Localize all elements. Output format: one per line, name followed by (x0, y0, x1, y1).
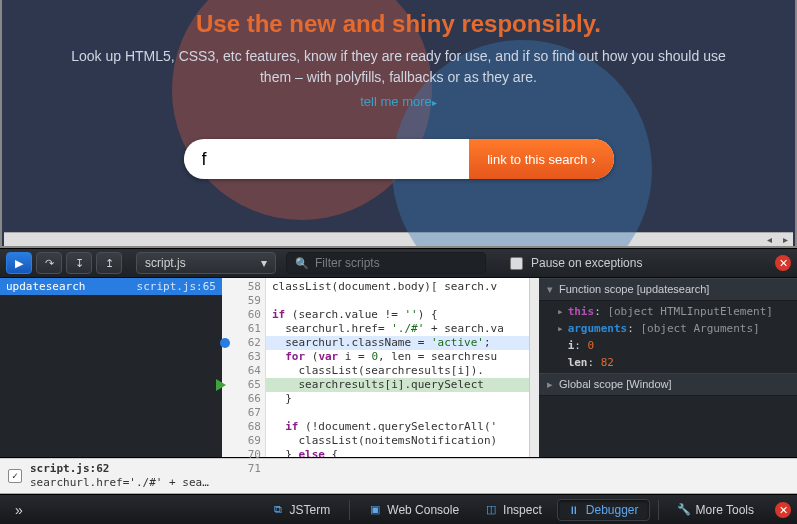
pause-on-exceptions-toggle[interactable]: Pause on exceptions (510, 256, 642, 270)
step-into-button[interactable]: ↧ (66, 252, 92, 274)
inspect-icon: ◫ (485, 504, 497, 516)
source-pane: 5859606162636465666768697071 classList(d… (222, 278, 539, 457)
callstack-pane: updatesearch script.js:65 (0, 278, 222, 457)
filter-scripts-input[interactable]: 🔍 Filter scripts (286, 252, 486, 274)
scope-var-arguments[interactable]: ▸arguments: [object Arguments] (557, 320, 797, 337)
scroll-left-icon[interactable]: ◂ (761, 233, 777, 247)
callstack-frame[interactable]: updatesearch script.js:65 (0, 278, 222, 295)
search-input[interactable] (184, 149, 470, 170)
horizontal-scrollbar[interactable]: ◂ ▸ (4, 232, 793, 246)
tell-me-more-link[interactable]: tell me more▸ (360, 94, 437, 109)
search-pill: link to this search › (184, 139, 614, 179)
resume-button[interactable]: ▶ (6, 252, 32, 274)
pause-icon: ⏸ (568, 504, 580, 516)
debugger-body: updatesearch script.js:65 58596061626364… (0, 278, 797, 458)
link-to-search-button[interactable]: link to this search › (469, 139, 613, 179)
vertical-scrollbar[interactable] (529, 278, 539, 457)
close-icon[interactable]: ✕ (775, 255, 791, 271)
tab-debugger[interactable]: ⏸Debugger (557, 499, 650, 521)
file-dropdown[interactable]: script.js ▾ (136, 252, 276, 274)
page-headline: Use the new and shiny responsibly. (62, 10, 735, 38)
source-code[interactable]: classList(document.body)[ search.vif (se… (266, 278, 529, 457)
tab-web-console[interactable]: ▣Web Console (358, 499, 470, 521)
scope-var-i[interactable]: ▸i: 0 (557, 337, 797, 354)
tab-jsterm[interactable]: ⧉JSTerm (261, 499, 342, 521)
page-content: Use the new and shiny responsibly. Look … (0, 0, 797, 248)
search-icon: 🔍 (295, 257, 309, 270)
tab-inspect[interactable]: ◫Inspect (474, 499, 553, 521)
wrench-icon: 🔧 (678, 504, 690, 516)
breakpoint-entry[interactable]: script.js:62 searchurl.href='./#' + sea… (30, 462, 209, 491)
checkbox-icon (510, 257, 523, 270)
breakpoint-checkbox[interactable]: ✓ (8, 469, 22, 483)
devtools-toolbar: » ⧉JSTerm ▣Web Console ◫Inspect ⏸Debugge… (0, 494, 797, 524)
tab-more-tools[interactable]: 🔧More Tools (667, 499, 765, 521)
debugger-toolbar: ▶ ↷ ↧ ↥ script.js ▾ 🔍 Filter scripts Pau… (0, 248, 797, 278)
page-subtext: Look up HTML5, CSS3, etc features, know … (62, 46, 735, 88)
scope-var-this[interactable]: ▸this: [object HTMLInputElement] (557, 303, 797, 320)
breakpoints-list: ✓ script.js:62 searchurl.href='./#' + se… (0, 458, 797, 494)
scope-pane: ▾Function scope [updatesearch] ▸this: [o… (539, 278, 797, 457)
chevron-down-icon: ▾ (261, 256, 267, 270)
scope-function-header[interactable]: ▾Function scope [updatesearch] (539, 278, 797, 301)
step-over-button[interactable]: ↷ (36, 252, 62, 274)
scope-var-len[interactable]: ▸len: 82 (557, 354, 797, 371)
console-icon: ▣ (369, 504, 381, 516)
line-gutter: 5859606162636465666768697071 (222, 278, 266, 457)
scroll-right-icon[interactable]: ▸ (777, 233, 793, 247)
terminal-icon: ⧉ (272, 504, 284, 516)
close-devtools-icon[interactable]: ✕ (775, 502, 791, 518)
expand-panel-icon[interactable]: » (6, 502, 32, 518)
step-out-button[interactable]: ↥ (96, 252, 122, 274)
scope-global-header[interactable]: ▸Global scope [Window] (539, 373, 797, 396)
